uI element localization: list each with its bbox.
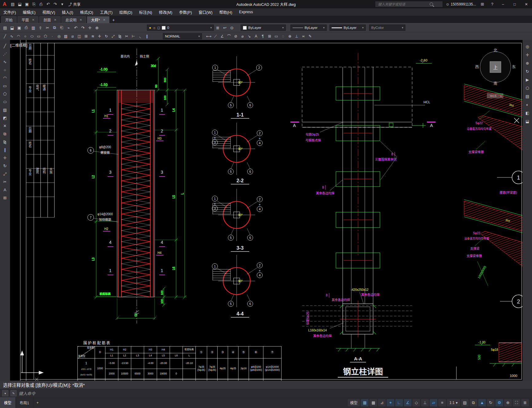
extend-icon[interactable]: ⊢ [130,33,137,39]
lineweight-dropdown[interactable]: ByLayer ▾ [329,25,366,31]
menu-item[interactable]: 格式(O) [77,8,97,16]
menu-item[interactable]: 视图(V) [39,8,59,16]
plotstyle-dropdown[interactable]: ByColor ▾ [369,25,405,31]
show-motion-icon[interactable]: ▶ [524,76,531,83]
grid-icon[interactable]: ▦ [361,399,368,406]
menu-item[interactable]: 修改(M) [156,8,176,16]
file-tab-plan[interactable]: 平面✕ [18,16,38,23]
block-icon[interactable]: ◫ [76,33,83,39]
rotate-icon[interactable]: ↻ [103,33,110,39]
menu-item[interactable]: 插入(I) [58,8,77,16]
polygon-icon[interactable]: ⬠ [42,33,49,39]
workspace-dropdown-icon[interactable]: ▾ [59,1,66,8]
menu-item[interactable]: 帮助(H) [216,8,235,16]
chevron-down-icon[interactable]: ▾ [456,401,458,405]
trim-icon[interactable]: ✂ [1,178,9,185]
rotate-icon[interactable]: ↻ [1,162,9,169]
hatch-icon[interactable]: ▨ [1,106,9,113]
autoscale-icon[interactable]: ↻ [487,399,495,406]
table-icon[interactable]: ⊞ [1,194,9,201]
layer-thaw-icon[interactable]: ☼ [153,26,156,30]
radius-dim-icon[interactable]: ⊘ [232,33,239,39]
command-prompt[interactable]: 键入命令 [19,390,35,396]
osnap-icon[interactable]: ▱ [430,399,437,406]
layout1-tab[interactable]: 布局1 [16,397,33,408]
diameter-dim-icon[interactable]: ⌀ [239,33,246,39]
compass-top-face[interactable]: 上 [493,65,498,70]
annotation-visibility-icon[interactable]: ▲ [478,399,486,406]
move-icon[interactable]: ✛ [1,154,9,161]
arc-icon[interactable]: ◠ [1,74,9,81]
new-tab-button[interactable]: + [110,18,117,23]
text-icon[interactable]: A [1,186,9,193]
maximize-button[interactable]: □ [510,0,519,8]
compass-south[interactable]: 南 [494,81,497,86]
file-tab-section[interactable]: 剖面✕ [39,16,60,23]
copy-icon[interactable]: ⧉ [1,130,9,137]
point-icon[interactable]: ∙ [49,33,56,39]
zoom-icon[interactable]: ⊕ [524,60,531,67]
new-layout-button[interactable]: + [33,401,42,405]
menu-item[interactable]: 标注(N) [136,8,156,16]
selection-cycling-icon[interactable]: ⧉ [470,399,477,406]
move-icon[interactable]: ✛ [96,33,103,39]
chevron-down-icon[interactable]: ▾ [323,26,325,29]
scale-icon[interactable]: ⤢ [1,170,9,177]
erase-icon[interactable]: ✕ [1,122,9,129]
orbit-icon[interactable]: ↻ [524,68,531,75]
qnew-icon[interactable]: ▤ [9,1,16,8]
arc-icon[interactable]: ◠ [15,33,22,39]
isometric-icon[interactable]: ◇ [412,399,420,406]
menu-item[interactable]: Express [236,8,256,16]
compass-north[interactable]: 北 [494,48,497,53]
infer-constraints-icon[interactable]: ⊿ [378,399,386,406]
wipeout-icon[interactable]: ▭ [273,33,280,39]
line-icon[interactable]: ╱ [1,42,9,50]
region-icon[interactable]: ⧄ [69,33,76,39]
pan-icon[interactable]: ✛ [86,24,93,31]
save-icon[interactable]: ▣ [23,1,30,8]
compass-west[interactable]: 西 [475,65,479,69]
close-tab-icon[interactable]: ✕ [80,18,82,22]
fillet-icon[interactable]: ◟ [137,33,144,39]
menu-item[interactable]: 窗口(W) [195,8,216,16]
offset-icon[interactable]: ∥ [1,146,9,153]
layer-lock-icon[interactable]: ◻ [157,26,160,30]
linetype-dropdown[interactable]: ByLayer ▾ [290,25,327,31]
open-folder-icon[interactable]: ⬓ [9,24,16,31]
views-icon[interactable]: ⬓ [524,118,531,125]
scale-icon[interactable]: ⤢ [110,33,116,39]
viewcube-icon[interactable]: ⬡ [524,85,531,92]
viewport-controls[interactable]: [-][俯视][二维线框] [10,43,27,48]
arc-length-icon[interactable]: ⌒ [226,33,232,39]
menu-item[interactable]: 文件(F) [0,8,19,16]
menu-item[interactable]: 参数(P) [176,8,195,16]
chevron-down-icon[interactable]: ▾ [198,35,200,38]
share-button[interactable]: ⤴ 共享 [68,2,81,7]
chevron-down-icon[interactable]: ▾ [210,26,212,29]
command-input-row[interactable]: ▾ ✎ 键入命令 [0,389,532,397]
offset-icon[interactable]: ∥ [144,33,150,39]
snap-icon[interactable]: ▩ [369,399,377,406]
leader-icon[interactable]: ↘ [246,33,253,39]
color-dropdown[interactable]: ByLayer ▾ [241,25,286,31]
redo-icon[interactable]: ↷ [52,1,59,8]
trim-icon[interactable]: ✂ [123,33,130,39]
copy-icon[interactable]: ⧉ [51,24,58,31]
close-tab-icon[interactable]: ✕ [103,18,105,22]
circle-icon[interactable]: ○ [1,66,9,73]
transparency-icon[interactable]: ▨ [461,399,469,406]
menu-item[interactable]: 绘图(D) [116,8,136,16]
text-icon[interactable]: A [253,33,259,39]
mirror-icon[interactable]: ⧎ [116,33,123,39]
redo-icon[interactable]: ↷ [79,24,86,31]
close-tab-icon[interactable]: ✕ [54,18,56,22]
model-tab[interactable]: 模型 [0,397,16,408]
publish-icon[interactable]: ⇧ [37,24,44,31]
multiline-icon[interactable]: ≋ [89,33,96,39]
linear-dim-icon[interactable]: ⟷ [205,33,212,39]
plot-preview-icon[interactable]: ▥ [30,24,37,31]
hatch-icon[interactable]: ▨ [62,33,69,39]
qdim-icon[interactable]: ≍ [300,33,307,39]
osnap-tracking-icon[interactable]: ⊥ [421,399,429,406]
